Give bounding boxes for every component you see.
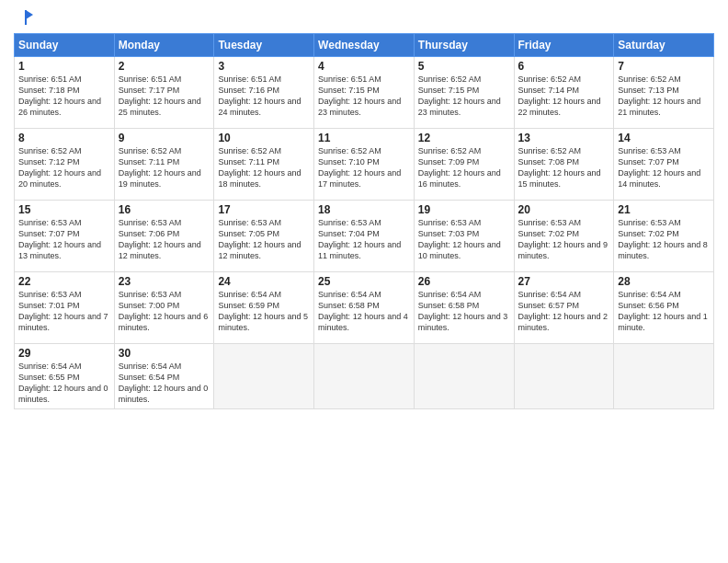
logo [14,9,34,26]
day-info: Sunrise: 6:53 AMSunset: 7:05 PMDaylight:… [218,218,301,260]
day-number: 7 [618,60,710,73]
calendar-cell: 24 Sunrise: 6:54 AMSunset: 6:59 PMDaylig… [214,272,314,344]
day-number: 2 [119,60,210,73]
calendar-week-5: 29 Sunrise: 6:54 AMSunset: 6:55 PMDaylig… [15,344,714,409]
calendar-cell: 23 Sunrise: 6:53 AMSunset: 7:00 PMDaylig… [114,272,214,344]
day-number: 20 [518,203,610,216]
day-number: 8 [18,132,110,144]
day-info: Sunrise: 6:51 AMSunset: 7:18 PMDaylight:… [18,75,101,117]
calendar-cell: 17 Sunrise: 6:53 AMSunset: 7:05 PMDaylig… [214,201,314,272]
day-info: Sunrise: 6:52 AMSunset: 7:10 PMDaylight:… [318,146,401,189]
page: SundayMondayTuesdayWednesdayThursdayFrid… [0,0,728,563]
calendar-cell: 1 Sunrise: 6:51 AMSunset: 7:18 PMDayligh… [15,57,115,129]
day-number: 30 [119,347,210,360]
calendar-cell: 10 Sunrise: 6:52 AMSunset: 7:11 PMDaylig… [214,129,314,201]
calendar-cell [514,344,614,409]
calendar-cell: 8 Sunrise: 6:52 AMSunset: 7:12 PMDayligh… [15,129,115,201]
day-number: 14 [618,132,710,144]
calendar-cell: 25 Sunrise: 6:54 AMSunset: 6:58 PMDaylig… [314,272,415,344]
day-info: Sunrise: 6:51 AMSunset: 7:17 PMDaylight:… [119,75,201,117]
calendar-cell: 3 Sunrise: 6:51 AMSunset: 7:16 PMDayligh… [214,57,314,129]
calendar-header-saturday: Saturday [614,34,714,57]
calendar-cell [614,344,714,409]
day-info: Sunrise: 6:52 AMSunset: 7:11 PMDaylight:… [119,146,201,189]
day-info: Sunrise: 6:52 AMSunset: 7:13 PMDaylight:… [618,75,700,117]
calendar-cell: 2 Sunrise: 6:51 AMSunset: 7:17 PMDayligh… [114,57,214,129]
day-info: Sunrise: 6:54 AMSunset: 6:58 PMDaylight:… [418,290,508,332]
day-number: 17 [218,203,310,216]
day-info: Sunrise: 6:54 AMSunset: 6:56 PMDaylight:… [618,290,708,332]
day-info: Sunrise: 6:54 AMSunset: 6:55 PMDaylight:… [18,362,108,404]
calendar-cell: 12 Sunrise: 6:52 AMSunset: 7:09 PMDaylig… [414,129,514,201]
calendar-cell: 4 Sunrise: 6:51 AMSunset: 7:15 PMDayligh… [314,57,415,129]
calendar-cell [214,344,314,409]
day-info: Sunrise: 6:54 AMSunset: 6:59 PMDaylight:… [218,290,308,332]
day-info: Sunrise: 6:53 AMSunset: 7:00 PMDaylight:… [119,290,209,332]
calendar-header-row: SundayMondayTuesdayWednesdayThursdayFrid… [15,34,714,57]
calendar-cell: 27 Sunrise: 6:54 AMSunset: 6:57 PMDaylig… [514,272,614,344]
calendar-header-thursday: Thursday [414,34,514,57]
day-number: 5 [418,60,510,73]
calendar-cell [314,344,415,409]
calendar-cell [414,344,514,409]
day-number: 23 [119,275,210,288]
calendar-header-sunday: Sunday [15,34,115,57]
calendar-week-4: 22 Sunrise: 6:53 AMSunset: 7:01 PMDaylig… [15,272,714,344]
calendar-cell: 11 Sunrise: 6:52 AMSunset: 7:10 PMDaylig… [314,129,415,201]
calendar-header-monday: Monday [114,34,214,57]
calendar-cell: 18 Sunrise: 6:53 AMSunset: 7:04 PMDaylig… [314,201,415,272]
calendar-cell: 6 Sunrise: 6:52 AMSunset: 7:14 PMDayligh… [514,57,614,129]
calendar-header-wednesday: Wednesday [314,34,415,57]
day-info: Sunrise: 6:53 AMSunset: 7:01 PMDaylight:… [18,290,108,332]
day-number: 27 [518,275,610,288]
day-info: Sunrise: 6:52 AMSunset: 7:09 PMDaylight:… [418,146,501,189]
day-info: Sunrise: 6:54 AMSunset: 6:57 PMDaylight:… [518,290,609,332]
day-number: 18 [318,203,410,216]
calendar-cell: 29 Sunrise: 6:54 AMSunset: 6:55 PMDaylig… [15,344,115,409]
day-info: Sunrise: 6:53 AMSunset: 7:04 PMDaylight:… [318,218,401,260]
day-info: Sunrise: 6:53 AMSunset: 7:02 PMDaylight:… [518,218,609,260]
day-number: 4 [318,60,410,73]
calendar-week-2: 8 Sunrise: 6:52 AMSunset: 7:12 PMDayligh… [15,129,714,201]
day-info: Sunrise: 6:54 AMSunset: 6:58 PMDaylight:… [318,290,408,332]
day-info: Sunrise: 6:52 AMSunset: 7:15 PMDaylight:… [418,75,501,117]
calendar-cell: 19 Sunrise: 6:53 AMSunset: 7:03 PMDaylig… [414,201,514,272]
calendar-cell: 30 Sunrise: 6:54 AMSunset: 6:54 PMDaylig… [114,344,214,409]
calendar-cell: 7 Sunrise: 6:52 AMSunset: 7:13 PMDayligh… [614,57,714,129]
day-info: Sunrise: 6:52 AMSunset: 7:12 PMDaylight:… [18,146,101,189]
day-number: 13 [518,132,610,144]
day-info: Sunrise: 6:53 AMSunset: 7:07 PMDaylight:… [18,218,101,260]
calendar-cell: 9 Sunrise: 6:52 AMSunset: 7:11 PMDayligh… [114,129,214,201]
day-number: 12 [418,132,510,144]
calendar-header-friday: Friday [514,34,614,57]
calendar-cell: 20 Sunrise: 6:53 AMSunset: 7:02 PMDaylig… [514,201,614,272]
day-info: Sunrise: 6:53 AMSunset: 7:03 PMDaylight:… [418,218,501,260]
calendar-cell: 16 Sunrise: 6:53 AMSunset: 7:06 PMDaylig… [114,201,214,272]
header [14,9,714,26]
calendar-week-3: 15 Sunrise: 6:53 AMSunset: 7:07 PMDaylig… [15,201,714,272]
calendar-cell: 28 Sunrise: 6:54 AMSunset: 6:56 PMDaylig… [614,272,714,344]
calendar-cell: 21 Sunrise: 6:53 AMSunset: 7:02 PMDaylig… [614,201,714,272]
day-number: 19 [418,203,510,216]
day-number: 9 [119,132,210,144]
day-number: 24 [218,275,310,288]
calendar-header-tuesday: Tuesday [214,34,314,57]
day-number: 22 [18,275,110,288]
day-number: 25 [318,275,410,288]
logo-flag-icon [17,9,34,26]
day-info: Sunrise: 6:53 AMSunset: 7:02 PMDaylight:… [618,218,708,260]
day-info: Sunrise: 6:52 AMSunset: 7:11 PMDaylight:… [218,146,301,189]
calendar-cell: 13 Sunrise: 6:52 AMSunset: 7:08 PMDaylig… [514,129,614,201]
calendar-cell: 14 Sunrise: 6:53 AMSunset: 7:07 PMDaylig… [614,129,714,201]
day-info: Sunrise: 6:51 AMSunset: 7:16 PMDaylight:… [218,75,301,117]
day-number: 1 [18,60,110,73]
day-number: 6 [518,60,610,73]
day-info: Sunrise: 6:51 AMSunset: 7:15 PMDaylight:… [318,75,401,117]
day-info: Sunrise: 6:53 AMSunset: 7:06 PMDaylight:… [119,218,201,260]
calendar-week-1: 1 Sunrise: 6:51 AMSunset: 7:18 PMDayligh… [15,57,714,129]
day-number: 16 [119,203,210,216]
day-number: 26 [418,275,510,288]
calendar-cell: 5 Sunrise: 6:52 AMSunset: 7:15 PMDayligh… [414,57,514,129]
day-number: 3 [218,60,310,73]
calendar-cell: 26 Sunrise: 6:54 AMSunset: 6:58 PMDaylig… [414,272,514,344]
